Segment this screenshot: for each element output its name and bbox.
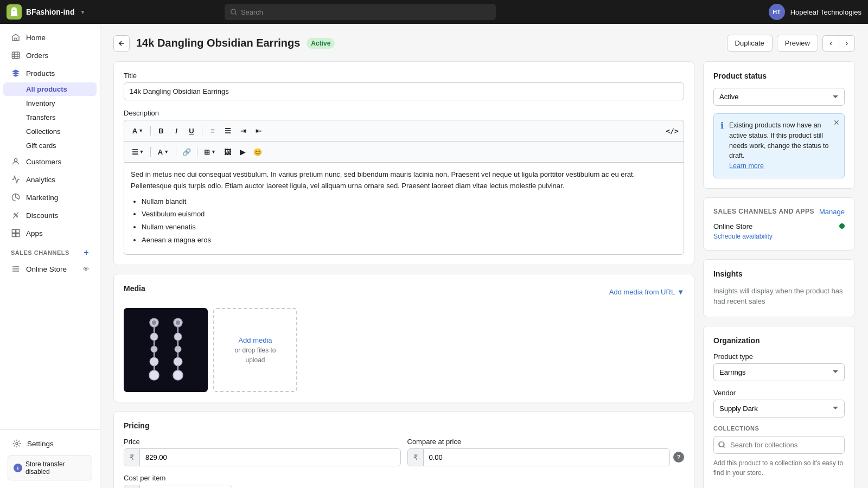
user-name: Hopeleaf Technologies	[790, 8, 861, 16]
description-list: Nullam blandit Vestibulum euismod Nullam…	[131, 196, 677, 246]
learn-more-link[interactable]: Learn more	[729, 162, 764, 170]
next-arrow-button[interactable]: ›	[839, 35, 855, 52]
add-sales-channel-icon[interactable]: +	[84, 248, 89, 258]
product-type-label: Product type	[713, 352, 845, 361]
bold-btn[interactable]: B	[154, 124, 168, 138]
price-row: Price ₹ Compare at price ₹	[124, 438, 684, 466]
sales-channels-header: SALES CHANNELS AND APPS Manage	[713, 208, 845, 216]
vendor-select[interactable]: Supply Dark	[713, 400, 845, 418]
page-header: 14k Dangling Obsidian Earrings Active Du…	[113, 35, 855, 52]
sidebar-item-online-store[interactable]: Online Store 👁	[3, 260, 97, 278]
price-input[interactable]	[140, 449, 400, 466]
description-toolbar-row2: ☰ ▼ A ▼ 🔗 ⊞ ▼ 🖼 ▶ 😊	[124, 141, 684, 162]
product-status-select[interactable]: Active Draft	[713, 88, 845, 106]
code-btn[interactable]: </>	[665, 124, 679, 138]
media-upload-box[interactable]: Add media or drop files to upload	[213, 308, 297, 392]
sidebar-item-customers[interactable]: Customers	[3, 153, 97, 170]
topbar: BFashion-ind ▼ HT Hopeleaf Technologies	[0, 0, 868, 24]
svg-point-4	[14, 214, 16, 215]
media-card: Media Add media from URL ▼	[113, 274, 694, 402]
sidebar-item-settings[interactable]: Settings	[4, 435, 95, 452]
sidebar-subitem-transfers[interactable]: Transfers	[3, 111, 97, 124]
add-media-url-button[interactable]: Add media from URL ▼	[609, 288, 684, 296]
sidebar-item-home[interactable]: Home	[3, 29, 97, 46]
sidebar-label-customers: Customers	[26, 158, 61, 166]
brand[interactable]: BFashion-ind ▼	[7, 4, 85, 20]
outdent-btn[interactable]: ⇤	[251, 124, 265, 138]
toolbar-divider-3	[150, 147, 151, 157]
schedule-availability-link[interactable]: Schedule availability	[713, 233, 845, 240]
font-btn[interactable]: A ▼	[129, 124, 147, 138]
prev-arrow-button[interactable]: ‹	[822, 35, 839, 52]
compare-price-input[interactable]	[424, 449, 670, 466]
align-btn[interactable]: ☰ ▼	[129, 145, 147, 159]
manage-link[interactable]: Manage	[819, 208, 845, 216]
svg-rect-7	[16, 229, 20, 233]
underline-btn[interactable]: U	[184, 124, 199, 138]
svg-point-16	[151, 346, 157, 352]
color-btn[interactable]: A ▼	[154, 145, 173, 159]
search-input[interactable]	[241, 8, 491, 16]
settings-label: Settings	[27, 440, 54, 448]
product-type-select-wrap: Earrings	[713, 363, 845, 381]
duplicate-button[interactable]: Duplicate	[727, 35, 773, 52]
italic-btn[interactable]: I	[169, 124, 183, 138]
sidebar-item-orders[interactable]: Orders	[3, 47, 97, 64]
bullet-list-btn[interactable]: ≡	[206, 124, 220, 138]
svg-rect-8	[12, 234, 15, 237]
compare-price-help-icon[interactable]: ?	[673, 452, 684, 463]
cost-per-item-input[interactable]	[140, 485, 232, 488]
table-btn[interactable]: ⊞ ▼	[201, 145, 219, 159]
svg-point-26	[175, 346, 181, 352]
two-col-layout: Title Description A ▼ B I U ≡	[113, 61, 855, 488]
svg-point-10	[16, 442, 18, 445]
price-currency: ₹	[124, 449, 140, 466]
toolbar-divider-4	[176, 147, 176, 157]
sidebar-subitem-gift-cards[interactable]: Gift cards	[3, 139, 97, 152]
preview-button[interactable]: Preview	[777, 35, 818, 52]
topbar-right: HT Hopeleaf Technologies	[769, 4, 861, 20]
emoji-btn[interactable]: 😊	[251, 145, 265, 159]
products-icon	[11, 68, 21, 78]
sidebar-item-products[interactable]: Products	[3, 65, 97, 82]
video-btn[interactable]: ▶	[235, 145, 250, 159]
ordered-list-btn[interactable]: ☰	[221, 124, 235, 138]
customers-icon	[11, 157, 21, 166]
link-btn[interactable]: 🔗	[180, 145, 194, 159]
sidebar-subitem-inventory[interactable]: Inventory	[3, 97, 97, 110]
image-btn[interactable]: 🖼	[220, 145, 234, 159]
svg-point-30	[173, 370, 183, 380]
online-store-icon	[11, 264, 21, 274]
pricing-card: Pricing Price ₹ Compare at price	[113, 411, 694, 488]
apps-icon	[11, 228, 21, 238]
info-banner-text: Existing products now have an active sta…	[729, 120, 838, 171]
svg-rect-6	[12, 229, 15, 233]
svg-point-20	[149, 370, 159, 380]
indent-btn[interactable]: ⇥	[236, 124, 250, 138]
svg-rect-2	[12, 52, 19, 59]
product-type-select[interactable]: Earrings	[713, 363, 845, 381]
svg-point-22	[176, 320, 180, 325]
collections-search-input[interactable]	[713, 436, 845, 454]
description-content[interactable]: Sed in metus nec dui consequat vestibulu…	[124, 162, 684, 255]
info-banner-close-button[interactable]: ✕	[833, 118, 840, 127]
product-image[interactable]	[124, 308, 208, 392]
toolbar-divider-5	[197, 147, 197, 157]
sidebar-subitem-all-products[interactable]: All products	[3, 82, 97, 96]
sidebar-item-marketing[interactable]: Marketing	[3, 189, 97, 206]
cost-per-item-wrap: ₹	[124, 485, 232, 488]
title-label: Title	[124, 72, 684, 80]
sidebar-label-online-store: Online Store	[26, 265, 67, 273]
svg-point-5	[16, 216, 18, 217]
sidebar-subitem-collections[interactable]: Collections	[3, 125, 97, 138]
online-store-status-dot	[839, 223, 845, 229]
sidebar-item-apps[interactable]: Apps	[3, 224, 97, 242]
main-col: Title Description A ▼ B I U ≡	[113, 61, 694, 488]
sidebar-item-analytics[interactable]: Analytics	[3, 171, 97, 188]
online-store-visibility-icon[interactable]: 👁	[83, 266, 89, 272]
sidebar-item-discounts[interactable]: Discounts	[3, 207, 97, 224]
vendor-select-wrap: Supply Dark	[713, 400, 845, 418]
online-store-row: Online Store	[713, 222, 845, 230]
title-input[interactable]	[124, 82, 684, 100]
back-button[interactable]	[113, 35, 130, 52]
